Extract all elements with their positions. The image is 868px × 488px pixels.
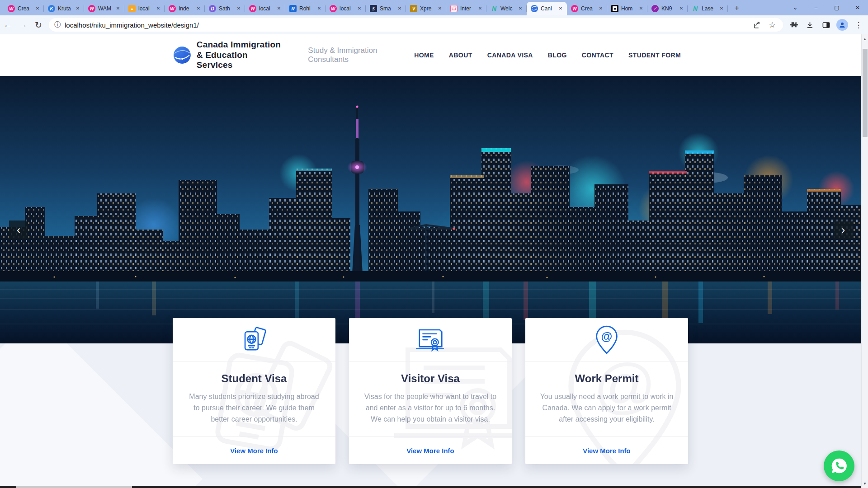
tab-sath[interactable]: DSath✕: [205, 2, 245, 15]
nav-contact[interactable]: CONTACT: [582, 52, 613, 59]
card-title: Student Visa: [173, 372, 335, 385]
tab-inde[interactable]: WInde✕: [165, 2, 205, 15]
maximize-button[interactable]: ▢: [826, 0, 847, 15]
card-description: Many students prioritize studying abroad…: [186, 391, 322, 425]
brand-logo[interactable]: Canada Immigration & Education Services: [173, 40, 281, 70]
nav-about[interactable]: ABOUT: [449, 52, 472, 59]
tab-crea-2[interactable]: WCrea✕: [567, 2, 607, 15]
black-square-favicon: ■: [611, 5, 618, 12]
card-description: You usually need a work permit to work i…: [539, 391, 675, 425]
window-controls: ⌄ – ▢ ✕: [785, 0, 868, 15]
nav-student-form[interactable]: STUDENT FORM: [628, 52, 681, 59]
service-cards: Student Visa Many students prioritize st…: [173, 318, 688, 464]
tab-close-icon[interactable]: ✕: [275, 5, 283, 12]
s-favicon: S: [370, 5, 377, 12]
scroll-up-arrow[interactable]: ▲: [862, 35, 868, 42]
address-bar[interactable]: ⓘ localhost/niku_immigration_website/des…: [49, 18, 783, 32]
nav-home[interactable]: HOME: [414, 52, 434, 59]
view-more-info-link[interactable]: View More Info: [406, 447, 454, 455]
tab-rohi[interactable]: RRohi✕: [285, 2, 326, 15]
tab-close-icon[interactable]: ✕: [356, 5, 363, 12]
location-at-icon: @: [595, 325, 618, 354]
tab-close-icon[interactable]: ✕: [557, 5, 564, 12]
toronto-skyline-image: [0, 76, 861, 343]
tab-close-icon[interactable]: ✕: [114, 5, 122, 12]
site-tagline: Study & Immigration Consultants: [308, 46, 414, 64]
forward-button[interactable]: →: [15, 17, 31, 33]
tab-close-icon[interactable]: ✕: [678, 5, 685, 12]
tab-xpre[interactable]: VXpre✕: [406, 2, 446, 15]
view-more-info-link[interactable]: View More Info: [583, 447, 631, 455]
purple-favicon: ✓: [651, 5, 659, 12]
tab-kruta[interactable]: KKruta✕: [44, 2, 84, 15]
svg-text:@: @: [601, 330, 613, 343]
tab-local-3[interactable]: Wlocal✕: [326, 2, 366, 15]
tab-crea-1[interactable]: WCrea✕: [4, 2, 44, 15]
scroll-down-arrow[interactable]: ▼: [862, 480, 868, 487]
tab-local-2[interactable]: Wlocal✕: [245, 2, 285, 15]
extensions-puzzle-icon[interactable]: [788, 19, 799, 31]
tab-kn9[interactable]: ✓KN9✕: [647, 2, 688, 15]
wampserver-favicon: W: [571, 5, 578, 12]
scrollbar-thumb[interactable]: [863, 49, 868, 137]
side-panel-icon[interactable]: [820, 19, 832, 31]
minimize-button[interactable]: –: [806, 0, 826, 15]
tab-close-icon[interactable]: ✕: [637, 5, 645, 12]
card-student-visa: Student Visa Many students prioritize st…: [173, 318, 335, 464]
tab-close-icon[interactable]: ✕: [436, 5, 443, 12]
carousel-prev-button[interactable]: ‹: [9, 221, 28, 239]
tab-close-icon[interactable]: ✕: [597, 5, 604, 12]
close-button[interactable]: ✕: [847, 0, 868, 15]
wampserver-favicon: W: [169, 5, 176, 12]
certificate-icon: [415, 327, 445, 353]
tab-close-icon[interactable]: ✕: [235, 5, 242, 12]
site-header: Canada Immigration & Education Services …: [0, 34, 861, 76]
tab-lase[interactable]: NLase✕: [688, 2, 728, 15]
nav-blog[interactable]: BLOG: [548, 52, 567, 59]
view-more-info-link[interactable]: View More Info: [230, 447, 278, 455]
header-divider: [295, 43, 295, 67]
back-button[interactable]: ←: [0, 17, 15, 33]
new-tab-button[interactable]: +: [731, 2, 743, 14]
tab-hom[interactable]: ■Hom✕: [607, 2, 647, 15]
carousel-next-button[interactable]: ›: [834, 221, 853, 239]
card-description: Visas for the people who want to travel …: [363, 391, 498, 425]
globe-favicon: [531, 5, 538, 12]
wampserver-favicon: W: [330, 5, 337, 12]
profile-avatar[interactable]: [836, 19, 848, 31]
tab-close-icon[interactable]: ✕: [74, 5, 81, 12]
tab-close-icon[interactable]: ✕: [396, 5, 403, 12]
nav-canada-visa[interactable]: CANADA VISA: [487, 52, 533, 59]
k-favicon: K: [48, 5, 55, 12]
next-section-edge: [0, 486, 861, 488]
tab-welc[interactable]: NWelc✕: [486, 2, 527, 15]
tab-close-icon[interactable]: ✕: [34, 5, 41, 12]
passport-icon: [240, 326, 268, 354]
r-favicon: R: [289, 5, 297, 12]
main-navigation: HOME ABOUT CANADA VISA BLOG CONTACT STUD…: [414, 52, 681, 59]
reload-button[interactable]: ↻: [31, 17, 46, 33]
share-icon[interactable]: [751, 19, 762, 30]
bookmark-star-icon[interactable]: ☆: [767, 19, 778, 30]
site-info-icon[interactable]: ⓘ: [54, 21, 61, 29]
tab-sma[interactable]: SSma✕: [366, 2, 406, 15]
browser-menu-icon[interactable]: ⋮: [853, 19, 864, 31]
url-text[interactable]: localhost/niku_immigration_website/desig…: [65, 21, 199, 29]
brand-name: Canada Immigration & Education Services: [197, 40, 282, 70]
tab-local-pma[interactable]: ▲local✕: [124, 2, 165, 15]
tab-close-icon[interactable]: ✕: [316, 5, 323, 12]
n-favicon: N: [692, 5, 699, 12]
tab-close-icon[interactable]: ✕: [718, 5, 725, 12]
tab-search-icon[interactable]: ⌄: [785, 0, 806, 15]
card-title: Work Permit: [525, 372, 688, 385]
tab-wam[interactable]: WWAM✕: [84, 2, 124, 15]
tab-close-icon[interactable]: ✕: [476, 5, 484, 12]
page-scrollbar[interactable]: ▲ ▼: [861, 34, 868, 488]
download-icon[interactable]: [804, 19, 816, 31]
whatsapp-button[interactable]: [824, 450, 854, 481]
tab-close-icon[interactable]: ✕: [155, 5, 162, 12]
tab-close-icon[interactable]: ✕: [517, 5, 524, 12]
tab-inter[interactable]: ❒Inter✕: [446, 2, 486, 15]
tab-canada-immigration-active[interactable]: Cani✕: [527, 2, 567, 15]
tab-close-icon[interactable]: ✕: [195, 5, 202, 12]
